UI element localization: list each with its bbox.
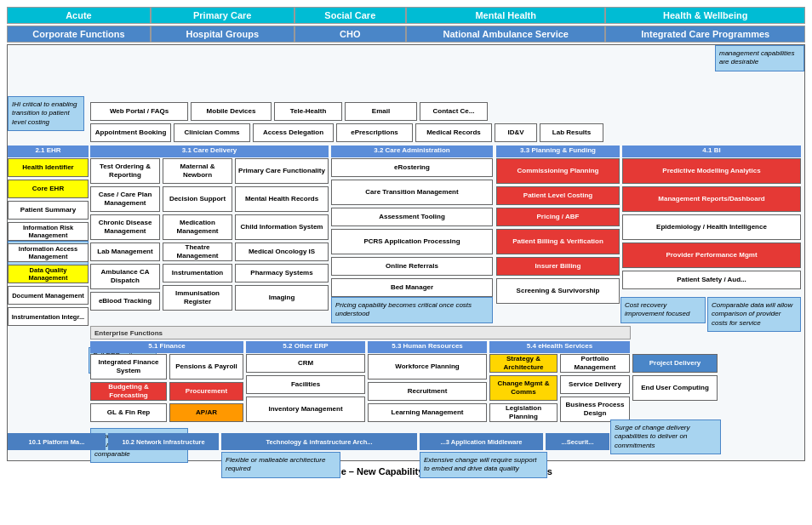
box-eblood-tracking: eBlood Tracking (90, 292, 160, 311)
section-care-admin-label: 3.2 Care Administration (331, 146, 493, 157)
box-portfolio: Portfolio Management (560, 354, 630, 373)
box-predictive: Predictive Modelling Analytics (622, 158, 801, 184)
box-medical-records: Medical Records (415, 123, 492, 142)
section-tech-arch-label: Technology & infrastructure Arch... (221, 433, 417, 450)
section-hr-label: 5.3 Human Resources (368, 341, 487, 353)
callout-surge-change: Surge of change delivery capabilities to… (610, 419, 721, 454)
box-document-mgmt: Document Management (8, 286, 89, 305)
box-instrumentation-integr: Instrumentation Integr... (8, 307, 89, 326)
box-medical-oncology: Medical Oncology IS (235, 243, 329, 261)
header-integrated: Integrated Care Programmes (605, 26, 805, 43)
box-crm: CRM (246, 354, 365, 373)
section-security-label: ...Securit... (546, 433, 609, 450)
box-service-delivery: Service Delivery (560, 375, 630, 394)
box-clinician-comms: Clinician Comms (174, 123, 250, 142)
section-app-middleware-label: ...3 Application Middleware (420, 433, 543, 450)
box-lab-results: Lab Results (540, 123, 603, 142)
box-info-risk: Information Risk Management (8, 222, 89, 241)
box-recruitment: Recruitment (368, 382, 487, 401)
box-data-quality: Data Quality Management (8, 265, 89, 283)
section-ehr-label: 2.1 EHR (8, 146, 89, 157)
box-core-ehr: Core EHR (8, 180, 89, 198)
box-email: Email (345, 102, 417, 121)
box-change-mgmt: Change Mgmt & Comms (489, 375, 558, 401)
box-pcrs: PCRS Application Processing (331, 229, 493, 254)
header-row-2: Corporate Functions Hospital Groups CHO … (7, 26, 805, 43)
box-child-info: Child Information System (235, 214, 329, 240)
box-mgmt-reports: Management Reports/Dashboard (622, 186, 801, 212)
box-gl-fin-rep: GL & Fin Rep (90, 403, 167, 422)
section-bi-label: 4.1 BI (622, 146, 801, 157)
header-primary-care: Primary Care (151, 7, 294, 24)
box-lab-mgmt: Lab Management (90, 243, 160, 261)
callout-pricing: Pricing capability becomes critical once… (331, 297, 493, 323)
box-web-portal: Web Portal / FAQs (90, 102, 188, 121)
box-maternal-newborn: Maternal & Newborn (163, 158, 232, 184)
box-project-delivery: Project Delivery (632, 354, 718, 373)
diagram: management capabilities are desirable IH… (7, 44, 805, 461)
header-health-wellbeing: Health & Wellbeing (605, 7, 805, 24)
box-instrumentation: Instrumentation (163, 264, 232, 282)
box-pharmacy: Pharmacy Systems (235, 264, 329, 282)
box-workforce: Workforce Planning (368, 354, 487, 379)
box-imaging: Imaging (235, 285, 329, 311)
box-facilities: Facilities (246, 375, 365, 394)
section-platform-label: 10.1 Platform Ma... (8, 433, 106, 450)
box-mental-health-records: Mental Health Records (235, 186, 329, 212)
box-appointment: Appointment Booking (90, 123, 171, 142)
header-corporate: Corporate Functions (7, 26, 151, 43)
header-hospital: Hospital Groups (151, 26, 294, 43)
box-patient-level-costing: Patient Level Costing (496, 186, 620, 205)
box-patient-safety: Patient Safety / Aud... (622, 271, 801, 289)
box-chronic-disease: Chronic Disease Management (90, 214, 160, 240)
box-bed-manager: Bed Manager (331, 278, 493, 297)
box-pricing-abf: Pricing / ABF (496, 208, 620, 226)
box-patient-summary: Patient Summary (8, 201, 89, 220)
box-access-delegation: Access Delegation (253, 123, 334, 142)
section-ehealth-label: 5.4 eHealth Services (489, 341, 630, 353)
box-test-ordering: Test Ordering & Reporting (90, 158, 160, 184)
section-other-erp-label: 5.2 Other ERP (246, 341, 365, 353)
box-patient-billing: Patient Billing & Verification (496, 229, 620, 254)
box-tele-health: Tele-Health (274, 102, 342, 121)
box-decision-support: Decision Support (163, 186, 232, 212)
box-care-transition: Care Transition Management (331, 180, 493, 205)
section-network-label: 10.2 Network Infrastructure (108, 433, 219, 450)
header-cho: CHO (294, 26, 406, 43)
box-online-referrals: Online Referrals (331, 257, 493, 276)
header-row-1: Acute Primary Care Social Care Mental He… (7, 7, 805, 24)
callout-flexible-arch: Flexible or malleable architecture requi… (221, 452, 340, 478)
section-finance-label: 5.1 Finance (90, 341, 243, 353)
callout-ihi: IHI critical to enabling transition to p… (8, 96, 84, 131)
callout-cost-recovery: Cost recovery improvement focused (620, 297, 706, 323)
box-epidemiology: Epidemiology / Health Intelligence (622, 214, 801, 240)
header-ambulance: National Ambulance Service (406, 26, 606, 43)
box-insurer-billing: Insurer Billing (496, 257, 620, 276)
callout-comparable: Comparable data will allow comparison of… (707, 297, 801, 332)
header-acute: Acute (7, 7, 151, 24)
section-planning-label: 3.3 Planning & Funding (496, 146, 620, 157)
box-procurement: Procurement (169, 382, 243, 401)
header-mental-health: Mental Health (406, 7, 606, 24)
box-primary-care-func: Primary Care Functionality (235, 158, 329, 184)
box-budgeting: Budgeting & Forecasting (90, 382, 167, 401)
box-commissioning: Commissioning Planning (496, 158, 620, 184)
box-screening: Screening & Survivorship (496, 278, 620, 304)
box-end-user: End User Computing (632, 375, 718, 401)
box-ambulance-ca: Ambulance CA Dispatch (90, 264, 160, 289)
box-eprescriptions: ePrescriptions (336, 123, 413, 142)
callout-extensive-change: Extensive change will require support to… (420, 452, 547, 478)
box-business-process: Business Process Design (560, 397, 630, 422)
box-medication-mgmt: Medication Management (163, 214, 232, 240)
main-container: Acute Primary Care Social Care Mental He… (0, 0, 812, 483)
box-assessment-tooling: Assessment Tooling (331, 208, 493, 226)
box-immunisation: Immunisation Register (163, 285, 232, 311)
box-pensions-payroll: Pensions & Payroll (169, 354, 243, 379)
box-legislation: Legislation Planning (489, 403, 558, 422)
box-apar: AP/AR (169, 403, 243, 422)
box-mobile-devices: Mobile Devices (191, 102, 272, 121)
callout-management: management capabilities are desirable (715, 45, 804, 71)
box-learning: Learning Management (368, 403, 487, 422)
figure-caption: Figure A.3: Finance – New Capability/Enh… (7, 466, 805, 476)
box-case-care-plan: Case / Care Plan Management (90, 186, 160, 212)
